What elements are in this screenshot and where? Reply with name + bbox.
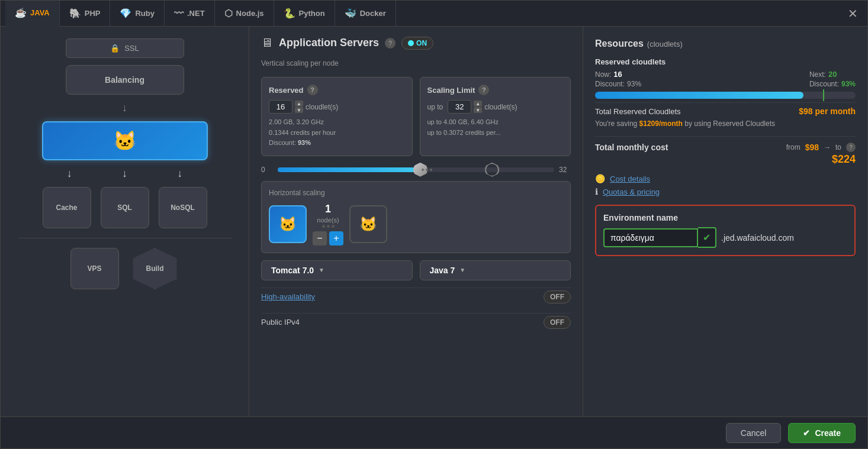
public-ipv4-toggle[interactable]: OFF (544, 316, 571, 329)
coin-icon: 🪙 (595, 174, 605, 183)
reserved-down-btn[interactable]: ▼ (295, 107, 303, 113)
high-availability-link[interactable]: High-availability (261, 292, 315, 301)
tab-python[interactable]: 🐍 Python (274, 1, 335, 27)
tab-net[interactable]: 〰 .NET (165, 1, 215, 27)
environment-name-section: Environment name ✔ .jed.wafaicloud.com (595, 205, 856, 256)
toggle-dot (408, 40, 414, 46)
tab-docker[interactable]: 🐳 Docker (335, 1, 396, 27)
server-chevron-icon: ▼ (319, 267, 324, 273)
cost-to: $224 (832, 153, 856, 166)
reserved-input[interactable] (269, 100, 292, 114)
tab-python-label: Python (299, 9, 325, 18)
horizontal-scaling-section: Horizontal scaling 🐱 1 node(s) − (261, 181, 571, 253)
cancel-button[interactable]: Cancel (726, 423, 782, 443)
scaling-limit-info-2: up to 0.3072 credits per... (427, 128, 564, 138)
reserved-cloudlets-section: Reserved cloudlets Now: 16 Discount: 93% (595, 57, 856, 128)
reserved-discount: Discount: 93% (269, 138, 405, 148)
horiz-nodes: 🐱 1 node(s) − + 🐱 (269, 203, 563, 246)
tab-php-label: PHP (85, 9, 101, 18)
php-icon: 🐘 (69, 8, 81, 19)
slider-track (278, 167, 554, 172)
check-create-icon: ✔ (803, 428, 810, 438)
cost-details-row[interactable]: 🪙 Cost details (595, 174, 856, 183)
dialog: ☕ JAVA 🐘 PHP 💎 Ruby 〰 .NET ⬡ Node.js 🐍 P… (0, 0, 868, 449)
vertical-scaling-label: Vertical scaling per node (261, 59, 571, 67)
node-decrease-btn[interactable]: − (313, 231, 327, 246)
reserved-up-btn[interactable]: ▲ (295, 101, 303, 106)
next-block: Next: 20 Discount: 93% (809, 70, 856, 88)
scaling-limit-info: up to 4.00 GB, 6.40 GHz up to 0.3072 cre… (427, 117, 564, 138)
discount-next-value: 93% (841, 80, 856, 88)
slider-thumb-limit[interactable] (485, 163, 499, 177)
build-node[interactable]: Build (131, 248, 179, 289)
scaling-limit-input[interactable] (448, 100, 471, 114)
reserved-input-row: ▲ ▼ cloudlet(s) (269, 100, 405, 114)
info-icon: ℹ (595, 187, 598, 196)
discount-now-label: Discount: (595, 80, 625, 88)
scaling-limit-down-btn[interactable]: ▼ (474, 107, 482, 113)
horiz-node-active[interactable]: 🐱 (269, 205, 307, 243)
vps-node[interactable]: VPS (70, 248, 119, 289)
java-icon: ☕ (15, 7, 27, 18)
links-section: 🪙 Cost details ℹ Quotas & pricing (595, 174, 856, 196)
tab-php[interactable]: 🐘 PHP (60, 1, 111, 27)
monthly-cost-row: Total monthly cost from $98 → to ? (595, 143, 856, 152)
scaling-limit-help-icon[interactable]: ? (478, 85, 489, 95)
java-dropdown[interactable]: Java 7 ▼ (420, 260, 571, 280)
tab-ruby[interactable]: 💎 Ruby (110, 1, 165, 27)
env-name-input[interactable] (603, 228, 698, 247)
scaling-boxes: Reserved ? ▲ ▼ cloudlet(s) 2.00 GB, 3.20… (261, 77, 571, 156)
reserved-info: 2.00 GB, 3.20 GHz 0.1344 credits per hou… (269, 117, 405, 148)
server-dropdown-label: Tomcat 7.0 (271, 266, 314, 275)
tab-nodejs-label: Node.js (236, 9, 264, 18)
middle-panel: 🖥 Application Servers ? ON Vertical scal… (249, 27, 583, 416)
cost-from: $98 (805, 143, 819, 152)
public-ipv4-row: Public IPv4 OFF (261, 313, 571, 331)
next-label: Next: (809, 70, 826, 79)
slider-min: 0 (261, 166, 273, 174)
resources-subtitle: (cloudlets) (647, 40, 683, 49)
public-ipv4-label: Public IPv4 (261, 318, 300, 327)
env-check-icon: ✔ (698, 227, 716, 248)
tomcat-node[interactable]: 🐱 (42, 121, 208, 160)
left-panel: 🔒 SSL Balancing ↓ 🐱 ↓ ↓ ↓ Cache SQL (1, 27, 249, 416)
node-increase-btn[interactable]: + (329, 231, 343, 246)
tab-nodejs[interactable]: ⬡ Node.js (215, 1, 274, 27)
create-button[interactable]: ✔ Create (788, 423, 856, 443)
to-label: to (835, 143, 841, 151)
tab-bar: ☕ JAVA 🐘 PHP 💎 Ruby 〰 .NET ⬡ Node.js 🐍 P… (1, 1, 867, 27)
cloudlet-slider[interactable]: 0 32 (261, 166, 571, 174)
bottom-nodes: VPS Build (70, 248, 179, 289)
lock-icon: 🔒 (110, 44, 120, 53)
nosql-node[interactable]: NoSQL (159, 187, 207, 228)
create-label: Create (815, 428, 841, 438)
saving-text: You're saving $1209/month by using Reser… (595, 119, 856, 128)
cost-details-link[interactable]: Cost details (610, 175, 650, 183)
help-to-icon[interactable]: ? (846, 143, 856, 152)
section-help-icon[interactable]: ? (385, 38, 396, 49)
high-availability-toggle[interactable]: OFF (544, 290, 571, 303)
quotas-row[interactable]: ℹ Quotas & pricing (595, 187, 856, 196)
close-button[interactable]: ✕ (843, 7, 863, 21)
discount-value: 93% (298, 139, 311, 146)
total-reserved-label: Total Reserved Cloudlets (595, 107, 681, 116)
monthly-cost-label: Total monthly cost (595, 143, 668, 152)
env-domain: .jed.wafaicloud.com (716, 233, 794, 243)
scaling-limit-input-row: up to ▲ ▼ cloudlet(s) (427, 100, 564, 114)
footer: Cancel ✔ Create (1, 416, 867, 448)
sql-node[interactable]: SQL (101, 187, 149, 228)
node-arrows: ↓ ↓ ↓ (42, 167, 208, 180)
java-dropdown-label: Java 7 (430, 266, 455, 275)
horizontal-scaling-label: Horizontal scaling (269, 189, 563, 197)
quotas-link[interactable]: Quotas & pricing (603, 188, 660, 196)
now-value: 16 (613, 70, 622, 79)
appserver-toggle[interactable]: ON (401, 37, 433, 50)
reserved-help-icon[interactable]: ? (307, 85, 318, 95)
ssl-box[interactable]: 🔒 SSL (66, 38, 184, 58)
tab-java[interactable]: ☕ JAVA (5, 1, 60, 27)
scaling-limit-up-btn[interactable]: ▲ (474, 101, 482, 106)
balancing-node[interactable]: Balancing (66, 65, 184, 95)
server-dropdown[interactable]: Tomcat 7.0 ▼ (261, 260, 413, 280)
upto-prefix: up to (427, 103, 443, 111)
cache-node[interactable]: Cache (43, 187, 91, 228)
